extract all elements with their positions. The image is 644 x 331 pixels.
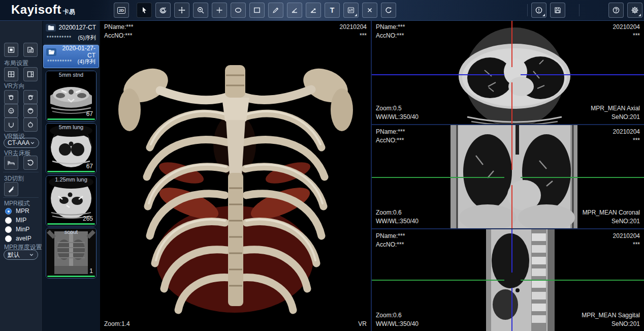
mpr-sagittal-viewport[interactable]: PName:*** AccNO:*** 20210204 *** Zoom:0.… (372, 229, 644, 331)
seno-text: SeNO:201 (583, 217, 640, 226)
cut3d-button[interactable] (4, 182, 18, 196)
ellipse-roi-button[interactable] (231, 3, 246, 18)
head-top-icon (26, 121, 35, 129)
remove-bed-button[interactable] (4, 156, 18, 170)
radio-label: MPR (16, 207, 29, 215)
logo-suffix: 卡易 (63, 8, 75, 16)
seno-text: SeNO:201 (591, 113, 640, 122)
layout-split-button[interactable] (23, 67, 38, 81)
rotate-3d-button[interactable] (155, 3, 171, 18)
radio-label: MinP (16, 226, 29, 233)
window-level-button[interactable] (343, 3, 359, 18)
layout-alt-button[interactable] (23, 43, 38, 57)
left-tool-sidebar: 布局设置 VR方向 (0, 20, 43, 331)
vr-bottom-view-button[interactable] (4, 117, 18, 132)
mpr-coronal-viewport[interactable]: PName:*** AccNO:*** 20210204 *** Zoom:0.… (372, 125, 644, 229)
mpr-mode-radio-minp[interactable]: MinP (5, 226, 29, 233)
crosshair-tool-button[interactable] (212, 3, 227, 18)
delete-annotation-button[interactable] (362, 3, 377, 18)
patient-info-overlay: PName:*** AccNO:*** (376, 232, 405, 249)
pname-text: PName:*** (376, 128, 405, 136)
pacs-viewer-app: Kayisoft 卡易 2D (0, 0, 644, 331)
thumbnail-progress-bar (47, 276, 95, 277)
vr-top-view-button[interactable] (23, 117, 38, 132)
series-label-overlay: MPR_MEAN Saggital SeNO:201 (582, 311, 640, 328)
help-icon (612, 6, 620, 14)
zoom-tool-button[interactable] (193, 3, 208, 18)
mpr-mode-radio-mpr[interactable]: MPR (5, 207, 29, 215)
cursor-tool-button[interactable] (137, 3, 152, 18)
head-rotate-right-icon (26, 93, 35, 101)
vr-rotate-left-button[interactable] (4, 90, 18, 104)
mpr-thickness-select[interactable]: 默认 (4, 250, 38, 260)
accno-text: AccNO:*** (104, 32, 133, 40)
thumbnail-progress-bar (47, 171, 95, 172)
thumbnail-progress-bar (47, 223, 95, 225)
vr-front-view-button[interactable] (4, 104, 18, 118)
logo-text: Kayisoft (11, 3, 61, 17)
series-sidebar: 20200127-CT ********** (5)序列 2020-01-27-… (43, 20, 100, 331)
radio-icon (5, 235, 12, 242)
folder-open-icon (46, 48, 56, 56)
view-2d-button[interactable]: 2D (114, 3, 129, 18)
series-thumbnail-125mm-lung[interactable]: 1.25mm lung 265 (46, 175, 96, 226)
vr-viewport[interactable]: PName:*** AccNO:*** 20210204 *** Zoom:1.… (100, 20, 372, 331)
pname-text: PName:*** (376, 232, 405, 240)
reset-view-button[interactable] (381, 3, 396, 18)
save-floppy-icon (554, 6, 562, 14)
save-button[interactable] (550, 3, 565, 18)
rect-roi-button[interactable] (249, 3, 265, 18)
radio-selected-icon (5, 208, 12, 215)
series-thumbnail-5mm-lung[interactable]: 5mm lung 67 (46, 123, 96, 174)
cobb-angle-button[interactable] (306, 3, 321, 18)
measure-line-button[interactable] (268, 3, 283, 18)
thumbnail-label: scout (46, 229, 96, 235)
measure-angle-button[interactable] (287, 3, 302, 18)
vr-rotate-right-button[interactable] (23, 90, 38, 104)
mpr-mode-radio-mip[interactable]: MIP (5, 217, 26, 224)
layout-single-icon (7, 46, 15, 54)
vr-preset-select[interactable]: CT-AAA (4, 138, 39, 148)
info-button[interactable] (531, 3, 546, 18)
series-label-overlay: MPR_MEAN Coronal SeNO:201 (583, 208, 640, 226)
vr-back-view-button[interactable] (23, 104, 38, 118)
face-back-icon (26, 107, 35, 115)
gear-icon (631, 6, 639, 14)
mpr-mode-radio-aveip[interactable]: aveIP (5, 235, 31, 242)
study-name: 2020-01-27-CT (56, 45, 95, 59)
series-thumbnail-scout[interactable]: scout 1 (46, 228, 96, 279)
layout-grid-2x2-icon (7, 70, 15, 78)
text-annotation-button[interactable]: T (325, 3, 340, 18)
vr-direction-section-label: VR方向 (4, 82, 25, 91)
help-button[interactable] (608, 3, 624, 18)
pan-tool-button[interactable] (174, 3, 189, 18)
mpr-label-text: MPR_MEAN Coronal (583, 208, 640, 217)
zoom-text: Zoom:1.4 (104, 320, 130, 328)
zoom-text: Zoom:0.6 (376, 208, 418, 217)
layout-section-label: 布局设置 (4, 59, 28, 68)
masked-text: *** (613, 32, 640, 40)
series-thumbnail-5mm-stnd[interactable]: 5mm stnd 67 (46, 71, 96, 122)
toolbar-separator (527, 4, 528, 16)
study-item[interactable]: 20200127-CT ********** (5)序列 (43, 21, 99, 44)
study-item-selected[interactable]: 2020-01-27-CT ********** (4)序列 (43, 45, 99, 68)
window-level-icon (347, 6, 355, 14)
date-text: 20210204 (613, 128, 640, 136)
patient-info-overlay: PName:*** AccNO:*** (376, 23, 405, 40)
restore-bed-button[interactable] (23, 156, 38, 170)
text-tool-icon: T (330, 7, 335, 14)
mpr-axial-viewport[interactable]: PName:*** AccNO:*** 20210204 *** Zoom:0.… (372, 20, 644, 125)
thumbnail-label: 5mm lung (46, 124, 96, 130)
settings-button[interactable] (627, 3, 642, 18)
crosshair-icon (215, 6, 223, 14)
study-date-overlay: 20210204 *** (613, 23, 640, 40)
head-rotate-left-icon (7, 93, 15, 101)
layout-1-2-icon (26, 70, 35, 78)
layout-single-button[interactable] (4, 43, 18, 57)
accno-text: AccNO:*** (376, 240, 405, 249)
info-icon (535, 6, 543, 14)
zoom-overlay: Zoom:1.4 (104, 320, 130, 328)
toolbar-main-group: 2D (114, 3, 396, 18)
layout-grid-button[interactable] (4, 67, 18, 81)
mpr-thickness-value: 默认 (8, 251, 20, 259)
